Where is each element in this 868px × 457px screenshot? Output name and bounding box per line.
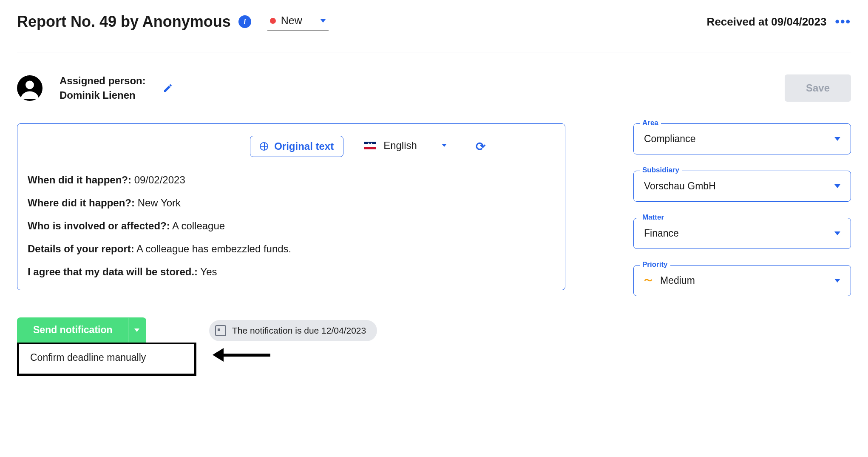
area-value: Compliance [644, 133, 695, 145]
report-box: Original text English ⟳ When did it happ… [17, 123, 565, 290]
received-at: Received at 09/04/2023 [707, 15, 827, 29]
send-notification-group: Send notification Confirm deadline manua… [17, 317, 196, 376]
assigned-row: Assigned person: Dominik Lienen Save [17, 74, 851, 102]
area-label: Area [640, 119, 661, 127]
chevron-down-icon [834, 137, 840, 141]
header-left: Report No. 49 by Anonymous i New [17, 13, 329, 31]
arrow-line-icon [224, 354, 270, 357]
bottom-actions: Send notification Confirm deadline manua… [17, 317, 851, 376]
report-line-when: When did it happen?: 09/02/2023 [28, 174, 555, 186]
chevron-down-icon [834, 279, 840, 283]
priority-medium-icon: 〜 [644, 275, 652, 286]
assigned-label: Assigned person: [60, 74, 146, 88]
save-button[interactable]: Save [785, 74, 851, 102]
send-dropdown-toggle[interactable] [128, 317, 146, 343]
matter-select[interactable]: Matter Finance [633, 218, 851, 249]
chevron-down-icon [442, 144, 447, 147]
report-toolbar: Original text English ⟳ [181, 136, 555, 157]
original-text-button[interactable]: Original text [250, 136, 343, 157]
chevron-down-icon [834, 184, 840, 188]
chevron-down-icon [134, 328, 139, 332]
info-icon[interactable]: i [238, 15, 251, 28]
priority-value: Medium [660, 275, 695, 286]
subsidiary-label: Subsidiary [640, 166, 682, 174]
status-select[interactable]: New [267, 13, 329, 31]
chevron-down-icon [834, 231, 840, 235]
flag-uk-icon [364, 142, 376, 149]
language-select[interactable]: English [360, 137, 450, 156]
priority-label: Priority [640, 260, 670, 269]
report-line-consent: I agree that my data will be stored.: Ye… [28, 266, 555, 278]
priority-select[interactable]: Priority 〜 Medium [633, 265, 851, 296]
svg-point-1 [26, 80, 34, 89]
area-select[interactable]: Area Compliance [633, 123, 851, 154]
refresh-icon[interactable]: ⟳ [476, 140, 485, 154]
page-header: Report No. 49 by Anonymous i New Receive… [17, 13, 851, 31]
assigned-left: Assigned person: Dominik Lienen [17, 74, 173, 102]
globe-icon [260, 142, 268, 151]
main-content: Original text English ⟳ When did it happ… [17, 123, 851, 296]
side-column: Area Compliance Subsidiary Vorschau GmbH… [633, 123, 851, 296]
report-line-details: Details of your report: A colleague has … [28, 243, 555, 255]
calendar-icon [215, 325, 226, 336]
matter-label: Matter [640, 213, 667, 222]
edit-icon[interactable] [163, 83, 173, 93]
annotation-arrow [213, 348, 270, 362]
header-right: Received at 09/04/2023 ••• [707, 15, 851, 29]
status-dot-icon [270, 18, 276, 24]
subsidiary-select[interactable]: Subsidiary Vorschau GmbH [633, 171, 851, 202]
original-text-label: Original text [274, 140, 334, 152]
chevron-down-icon [320, 19, 326, 23]
subsidiary-value: Vorschau GmbH [644, 180, 716, 192]
due-text: The notification is due 12/04/2023 [232, 326, 366, 336]
page-title: Report No. 49 by Anonymous [17, 13, 231, 31]
due-badge: The notification is due 12/04/2023 [209, 320, 377, 341]
send-split-button: Send notification [17, 317, 196, 343]
report-line-where: Where did it happen?: New York [28, 197, 555, 209]
confirm-deadline-menu-item[interactable]: Confirm deadline manually [17, 343, 196, 376]
status-value: New [281, 14, 302, 27]
assigned-name: Dominik Lienen [60, 88, 146, 103]
avatar-icon [17, 75, 43, 101]
assigned-text: Assigned person: Dominik Lienen [60, 74, 146, 102]
report-line-who: Who is involved or affected?: A colleagu… [28, 220, 555, 232]
matter-value: Finance [644, 228, 679, 239]
send-notification-button[interactable]: Send notification [17, 317, 128, 343]
language-value: English [383, 140, 417, 151]
arrow-head-icon [213, 348, 224, 362]
divider [17, 52, 851, 52]
